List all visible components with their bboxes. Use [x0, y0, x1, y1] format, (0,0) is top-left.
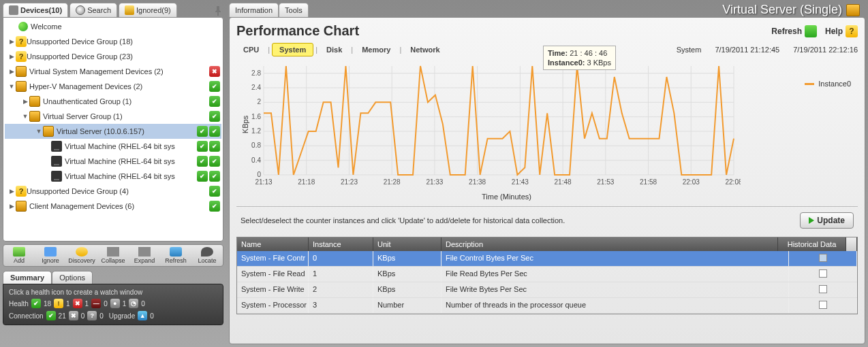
status-green-icon: ✔ [197, 156, 208, 167]
conn-unk-icon[interactable]: ? [87, 311, 97, 320]
ignore-button[interactable]: Ignore [35, 245, 66, 266]
svg-text:0: 0 [257, 171, 261, 178]
chart-tooltip: Time: 21 : 46 : 46 Instance0: 3 KBps [543, 46, 616, 70]
historical-checkbox[interactable] [819, 301, 827, 309]
expand-icon[interactable]: ▶ [7, 53, 16, 60]
help-button[interactable]: Help ? [825, 25, 858, 37]
svg-text:21:43: 21:43 [512, 178, 529, 186]
table-row[interactable]: System - File Read1KBpsFile Read Bytes P… [237, 267, 857, 282]
chart-title: Performance Chart [236, 23, 359, 39]
status-green-icon: ✔ [209, 201, 220, 212]
collapse-icon[interactable]: ▼ [21, 113, 29, 120]
tree-item[interactable]: ▶ Virtual System Management Devices (2) … [5, 64, 221, 79]
chart-tab-system[interactable]: System [272, 43, 313, 56]
status-green-icon: ✔ [197, 126, 208, 137]
col-instance-header[interactable]: Instance [309, 237, 373, 251]
health-gray-icon[interactable]: ● [110, 299, 120, 308]
tab-search[interactable]: Search [69, 3, 117, 17]
vm-icon [51, 141, 62, 152]
svg-text:21:28: 21:28 [384, 178, 401, 186]
collapse-icon[interactable]: ▼ [35, 128, 43, 135]
cell-instance: 3 [309, 298, 373, 313]
tree-label: Virtual System Management Devices (2) [29, 67, 208, 76]
cell-name: System - Processor [237, 298, 309, 313]
chart-tab-memory[interactable]: Memory [355, 44, 397, 56]
collapse-icon[interactable]: ▼ [7, 83, 16, 90]
historical-checkbox[interactable] [819, 285, 827, 293]
pin-icon[interactable] [213, 5, 223, 16]
tree-item-selected[interactable]: ▼ Virtual Server (10.0.6.157) ✔✔ [5, 124, 221, 139]
tab-search-label: Search [87, 6, 111, 14]
collapse-button[interactable]: Collapse [97, 245, 129, 266]
table-row[interactable]: System - File Write2KBpsFile Write Bytes… [237, 282, 857, 298]
col-historical-header[interactable]: Historical Data [778, 237, 846, 251]
toolbar-label: Add [14, 257, 25, 264]
tree-item[interactable]: Virtual Machine (RHEL-64 bit sys ✔✔ [5, 169, 221, 184]
col-description-header[interactable]: Description [441, 237, 778, 251]
expand-icon[interactable]: ▶ [21, 98, 29, 105]
discovery-button[interactable]: Discovery [66, 245, 97, 266]
update-button[interactable]: Update [800, 212, 854, 229]
tree-item[interactable]: ▶ ? Unsupported Device Group (4) ✔ [5, 184, 221, 199]
table-row[interactable]: System - File Contr0KBpsFile Control Byt… [237, 251, 857, 267]
tab-options[interactable]: Options [52, 271, 93, 284]
health-yellow-icon[interactable]: ! [54, 299, 63, 308]
conn-green-icon[interactable]: ✔ [46, 311, 56, 320]
historical-checkbox[interactable] [819, 269, 827, 278]
svg-text:2.4: 2.4 [251, 84, 261, 91]
svg-text:2.8: 2.8 [251, 69, 261, 77]
tab-summary[interactable]: Summary [3, 271, 52, 284]
tab-information[interactable]: Information [229, 3, 279, 17]
svg-text:22:08: 22:08 [725, 178, 741, 186]
table-row[interactable]: System - Processor3NumberNumber of threa… [237, 298, 857, 314]
expand-icon[interactable]: ▶ [7, 68, 16, 75]
conn-disc-icon[interactable]: ✖ [69, 311, 78, 320]
locate-button[interactable]: Locate [191, 245, 223, 266]
separator: | [266, 46, 272, 54]
expand-button[interactable]: Expand [129, 245, 160, 266]
tree-label: Client Management Devices (6) [29, 202, 208, 210]
upgrade-icon[interactable]: ▲ [138, 311, 147, 320]
chart-tab-network[interactable]: Network [403, 44, 446, 56]
tab-tools[interactable]: Tools [279, 3, 309, 17]
cell-instance: 0 [309, 251, 373, 266]
expand-icon[interactable]: ▶ [7, 203, 16, 210]
expand-icon[interactable]: ▶ [7, 188, 16, 195]
historical-checkbox[interactable] [819, 254, 827, 262]
tree-item[interactable]: ▶ ? Unsupported Device Group (23) [5, 49, 221, 64]
table-body[interactable]: System - File Contr0KBpsFile Control Byt… [237, 251, 857, 314]
tree-item[interactable]: Virtual Machine (RHEL-64 bit sys ✔✔ [5, 154, 221, 169]
col-name-header[interactable]: Name [237, 237, 309, 251]
cell-historical [789, 251, 857, 266]
tree-item[interactable]: ▶ Client Management Devices (6) ✔ [5, 199, 221, 214]
tree-welcome[interactable]: Welcome [5, 19, 221, 34]
tree-item[interactable]: ▶ ? Unsupported Device Group (18) [5, 34, 221, 49]
tree-item[interactable]: Virtual Machine (RHEL-64 bit sys ✔✔ [5, 139, 221, 154]
tree-item[interactable]: ▶ Unauthenticated Group (1) ✔ [5, 94, 221, 109]
performance-chart[interactable]: 00.40.81.21.622.42.821:1321:1821:2321:28… [236, 59, 741, 195]
col-unit-header[interactable]: Unit [373, 237, 441, 251]
refresh-tree-button[interactable]: Refresh [160, 245, 191, 266]
svg-text:21:58: 21:58 [640, 178, 657, 186]
health-red-icon[interactable]: ✖ [73, 299, 82, 308]
health-clock-icon[interactable]: ◔ [129, 299, 138, 308]
cell-instance: 2 [309, 282, 373, 297]
tree-item[interactable]: ▼ Hyper-V Management Devices (2) ✔ [5, 79, 221, 94]
tab-devices[interactable]: Devices(10) [3, 3, 68, 17]
chart-tab-cpu[interactable]: CPU [236, 44, 266, 56]
health-green-icon[interactable]: ✔ [31, 299, 41, 308]
health-green-count: 18 [44, 300, 51, 308]
device-tree[interactable]: Welcome ▶ ? Unsupported Device Group (18… [3, 17, 223, 242]
separator: | [349, 46, 355, 54]
status-green-icon: ✔ [209, 141, 220, 152]
refresh-chart-button[interactable]: Refresh [771, 25, 817, 37]
vm-icon [51, 156, 62, 167]
expand-icon[interactable]: ▶ [7, 38, 16, 45]
add-button[interactable]: Add [3, 245, 35, 266]
toolbar-label: Collapse [101, 257, 125, 264]
chart-tab-disk[interactable]: Disk [320, 44, 349, 56]
tab-ignored[interactable]: Ignored(9) [119, 3, 177, 17]
tree-label: Virtual Machine (RHEL-64 bit sys [65, 157, 196, 165]
tree-item[interactable]: ▼ Virtual Server Group (1) ✔ [5, 109, 221, 124]
health-stop-icon[interactable]: — [91, 299, 101, 308]
